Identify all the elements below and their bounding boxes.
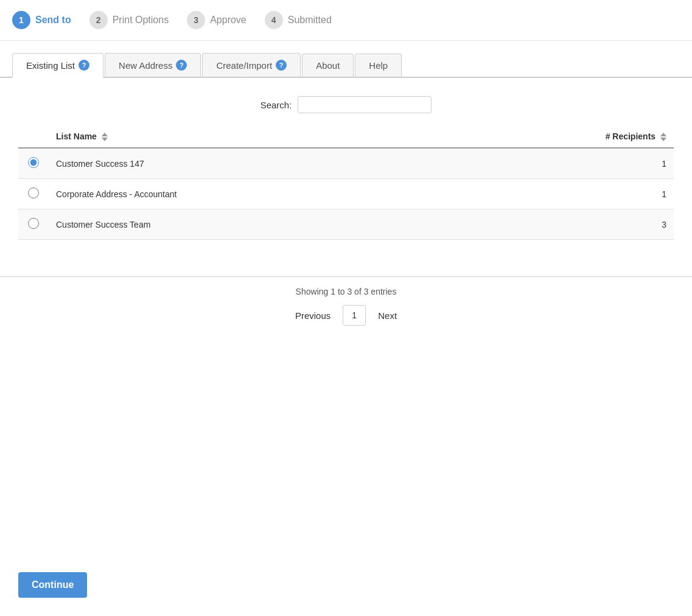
tab-create-import[interactable]: Create/Import ?	[202, 53, 301, 77]
tabs-container: Existing List ? New Address ? Create/Imp…	[0, 53, 692, 78]
radio-cell	[18, 209, 49, 240]
previous-button[interactable]: Previous	[289, 307, 337, 324]
row-radio-3[interactable]	[28, 218, 39, 229]
recipients-cell: 3	[450, 209, 674, 240]
step-label-submitted: Submitted	[288, 15, 332, 26]
current-page: 1	[343, 305, 366, 326]
next-button[interactable]: Next	[372, 307, 403, 324]
table-row[interactable]: Customer Success 1471	[18, 148, 674, 179]
wizard-step-approve[interactable]: 3 Approve	[187, 11, 246, 29]
list-name-cell: Customer Success Team	[49, 209, 450, 240]
table-header-row: List Name # Recipients	[18, 125, 674, 148]
col-list-name[interactable]: List Name	[49, 125, 450, 148]
search-input[interactable]	[298, 96, 432, 113]
table-row[interactable]: Customer Success Team3	[18, 209, 674, 240]
list-name-cell: Corporate Address - Accountant	[49, 179, 450, 209]
list-name-cell: Customer Success 147	[49, 148, 450, 179]
step-circle-1: 1	[12, 11, 30, 29]
step-circle-4: 4	[265, 11, 283, 29]
existing-list-help-icon[interactable]: ?	[79, 60, 89, 71]
search-label: Search:	[260, 100, 292, 110]
step-label-approve: Approve	[210, 15, 246, 26]
tab-existing-list[interactable]: Existing List ?	[12, 53, 103, 78]
new-address-help-icon[interactable]: ?	[176, 60, 187, 71]
pagination-controls: Previous 1 Next	[289, 305, 403, 326]
main-content: Search: List Name # Recipients	[0, 78, 692, 252]
step-label-send-to: Send to	[35, 15, 71, 26]
radio-cell	[18, 148, 49, 179]
wizard-step-submitted[interactable]: 4 Submitted	[265, 11, 332, 29]
list-name-sort-icon[interactable]	[102, 133, 108, 141]
row-radio-2[interactable]	[28, 187, 39, 198]
recipients-cell: 1	[450, 179, 674, 209]
wizard-steps: 1 Send to 2 Print Options 3 Approve 4 Su…	[0, 0, 692, 41]
tab-about[interactable]: About	[302, 54, 354, 77]
step-circle-3: 3	[187, 11, 205, 29]
create-import-help-icon[interactable]: ?	[276, 60, 287, 71]
recipients-sort-icon[interactable]	[660, 133, 666, 141]
search-bar: Search:	[18, 96, 674, 113]
wizard-step-send-to[interactable]: 1 Send to	[12, 11, 71, 29]
col-recipients[interactable]: # Recipients	[450, 125, 674, 148]
pagination-area: Showing 1 to 3 of 3 entries Previous 1 N…	[0, 287, 692, 326]
table-row[interactable]: Corporate Address - Accountant1	[18, 179, 674, 209]
tab-help[interactable]: Help	[355, 54, 402, 77]
wizard-step-print-options[interactable]: 2 Print Options	[89, 11, 169, 29]
continue-button[interactable]: Continue	[18, 572, 87, 598]
radio-cell	[18, 179, 49, 209]
tab-new-address[interactable]: New Address ?	[105, 53, 201, 77]
divider	[0, 276, 692, 277]
row-radio-1[interactable]	[28, 157, 39, 168]
step-circle-2: 2	[89, 11, 108, 29]
step-label-print-options: Print Options	[113, 15, 169, 26]
col-radio	[18, 125, 49, 148]
showing-text: Showing 1 to 3 of 3 entries	[296, 287, 397, 296]
list-table: List Name # Recipients Customer Success …	[18, 125, 674, 240]
recipients-cell: 1	[450, 148, 674, 179]
